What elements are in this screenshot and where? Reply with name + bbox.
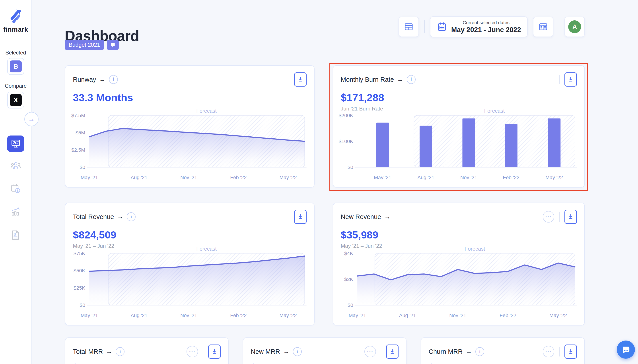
runway-chart: ForecastMay '21Aug '21Nov '21Feb '22May … <box>69 107 311 185</box>
ellipsis-icon: ··· <box>189 348 196 355</box>
sidebar: finmark Selected B Compare X <box>0 0 32 364</box>
svg-text:$75K: $75K <box>74 251 85 256</box>
arrow-right-icon[interactable]: → <box>283 348 289 355</box>
total-revenue-card: Total Revenue → i $824,509 May '21 – Jun… <box>65 202 315 326</box>
svg-text:Nov '21: Nov '21 <box>449 313 466 318</box>
header-pills: Budget 2021 <box>65 40 119 50</box>
monthly-burn-rate-chart: ForecastMay '21Aug '21Nov '21Feb '22May … <box>337 107 581 185</box>
divider <box>289 212 289 222</box>
more-options-button[interactable]: ··· <box>364 346 376 357</box>
sidebar-item-payroll-calendar[interactable]: $ <box>0 183 32 194</box>
divider <box>289 74 289 84</box>
more-options-button[interactable]: ··· <box>543 211 554 222</box>
table-columns-icon <box>538 22 548 32</box>
info-icon[interactable]: i <box>116 347 125 356</box>
table-rows-icon <box>404 22 414 32</box>
svg-text:Aug '21: Aug '21 <box>131 313 148 318</box>
info-icon[interactable]: i <box>127 212 136 221</box>
date-range-button[interactable]: Current selected dates May 2021 - June 2… <box>430 16 528 37</box>
total-mrr-card: Total MRR → i ··· $824,509 May '21 – Jun… <box>65 338 229 364</box>
info-icon[interactable]: i <box>293 347 302 356</box>
download-icon <box>389 348 396 355</box>
calendar-dollar-icon: $ <box>10 183 22 194</box>
svg-text:May '22: May '22 <box>279 313 297 318</box>
sidebar-item-performance[interactable] <box>0 206 32 218</box>
compare-scenario-card[interactable]: X <box>7 92 24 108</box>
svg-text:$0: $0 <box>80 164 85 170</box>
info-icon[interactable]: i <box>475 347 484 356</box>
svg-text:May '22: May '22 <box>545 175 563 180</box>
dashboard-active-tile <box>7 136 24 152</box>
arrow-right-icon[interactable]: → <box>397 76 403 83</box>
new-revenue-chart: ForecastMay '21Aug '21Nov '21Feb '22May … <box>337 245 581 323</box>
svg-text:$5M: $5M <box>76 130 85 136</box>
svg-text:$100K: $100K <box>339 138 353 144</box>
sidebar-item-dashboard[interactable] <box>0 136 32 152</box>
svg-text:$50K: $50K <box>74 268 85 274</box>
svg-text:Aug '21: Aug '21 <box>131 175 148 180</box>
brand-logo[interactable]: finmark <box>0 8 32 33</box>
download-button[interactable] <box>208 344 221 359</box>
dashboard-monitor-icon <box>10 138 22 150</box>
sidebar-item-team[interactable] <box>0 160 32 171</box>
dates-value: May 2021 - June 2022 <box>451 26 521 34</box>
arrow-right-icon[interactable]: → <box>117 213 123 220</box>
svg-text:Forecast: Forecast <box>196 108 217 114</box>
card-title: Total MRR <box>73 348 103 355</box>
budget-pill[interactable]: Budget 2021 <box>65 40 104 50</box>
churn-mrr-card: Churn MRR → i ··· $13,251 May '21 – Jun … <box>421 338 585 364</box>
arrow-right-icon[interactable]: → <box>99 76 106 83</box>
card-value: $35,989 <box>251 362 398 364</box>
svg-text:Forecast: Forecast <box>484 108 505 114</box>
svg-text:Forecast: Forecast <box>464 246 485 252</box>
svg-text:Forecast: Forecast <box>196 246 217 252</box>
svg-text:$: $ <box>17 189 19 192</box>
arrow-right-icon[interactable]: → <box>384 213 390 220</box>
new-revenue-card: New Revenue → ··· $35,989 May '21 – Jun … <box>333 202 585 326</box>
card-value: 33.3 Months <box>73 92 307 104</box>
selected-scenario-badge: B <box>10 60 22 72</box>
selected-scenario-card[interactable]: B <box>7 58 24 75</box>
download-button[interactable] <box>564 72 577 86</box>
svg-text:$0: $0 <box>348 302 353 308</box>
download-button[interactable] <box>386 344 398 359</box>
more-options-button[interactable]: ··· <box>187 346 198 357</box>
info-icon[interactable]: i <box>407 75 416 84</box>
download-button[interactable] <box>294 210 307 224</box>
total-revenue-chart: ForecastMay '21Aug '21Nov '21Feb '22May … <box>69 245 311 323</box>
download-button[interactable] <box>294 72 307 86</box>
selected-label: Selected <box>0 50 32 56</box>
info-icon[interactable]: i <box>109 75 118 84</box>
columns-view-button[interactable] <box>533 16 553 37</box>
card-title: Monthly Burn Rate <box>341 76 394 83</box>
comments-pill[interactable] <box>107 40 119 50</box>
download-icon <box>297 76 304 83</box>
svg-text:May '21: May '21 <box>81 175 98 180</box>
chat-button[interactable] <box>617 340 635 359</box>
svg-text:Nov '21: Nov '21 <box>180 313 197 318</box>
brand-name: finmark <box>0 26 32 33</box>
dates-label: Current selected dates <box>451 20 521 25</box>
svg-text:$7.5M: $7.5M <box>71 113 85 118</box>
arrow-right-icon[interactable]: → <box>106 348 112 355</box>
svg-text:$25K: $25K <box>74 285 85 291</box>
download-icon <box>567 348 574 355</box>
divider <box>203 347 203 356</box>
account-button[interactable]: A <box>564 16 585 37</box>
card-title: New MRR <box>251 348 280 355</box>
download-button[interactable] <box>564 344 577 359</box>
sidebar-item-invoices[interactable]: $ <box>0 230 32 241</box>
more-options-button[interactable]: ··· <box>543 346 554 357</box>
download-button[interactable] <box>564 210 577 224</box>
card-value: $824,509 <box>73 229 307 241</box>
arrow-right-icon[interactable]: → <box>466 348 472 355</box>
summary-table-button[interactable] <box>398 16 419 37</box>
svg-text:May '21: May '21 <box>374 175 391 180</box>
calendar-icon <box>437 22 447 32</box>
invoice-document-icon: $ <box>10 230 22 241</box>
svg-text:May '22: May '22 <box>279 175 297 180</box>
svg-text:$2K: $2K <box>344 276 353 282</box>
sidebar-expand-button[interactable]: → <box>24 112 39 126</box>
divider <box>424 20 425 33</box>
finmark-logo-icon <box>8 8 24 25</box>
